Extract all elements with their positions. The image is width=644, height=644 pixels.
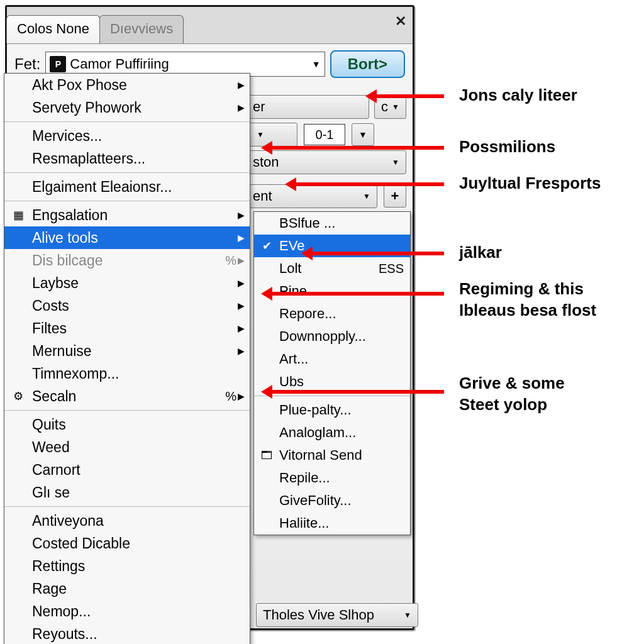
- menu-item[interactable]: Rettings: [4, 555, 250, 577]
- callout-5b: Ibleaus besa flost: [459, 301, 596, 320]
- menu-item[interactable]: Art...: [254, 348, 410, 370]
- menu-item-label: Antiveyona: [32, 513, 104, 530]
- add-button[interactable]: +: [384, 185, 406, 208]
- menu-separator: [4, 506, 250, 507]
- chevron-right-icon: ▶: [238, 103, 245, 113]
- chevron-right-icon: ▶: [238, 323, 245, 333]
- bg-field-ent-text: ent: [253, 188, 272, 204]
- menu-item-label: Costed Dicable: [32, 535, 130, 552]
- menu-item-label: Servety Phowork: [32, 99, 142, 116]
- bg-field-ston-text: ston: [253, 154, 279, 170]
- menu-item[interactable]: Costed Dicable: [4, 532, 250, 555]
- menu-item-label: Filtes: [32, 320, 67, 337]
- menu-item[interactable]: Akt Pox Phose▶: [4, 74, 250, 96]
- menu-item-icon: ✔: [259, 239, 274, 253]
- menu-item[interactable]: Servety Phowork▶: [4, 96, 250, 119]
- menu-separator: [4, 410, 250, 411]
- footer-combo-text: Tholes Vive Slhop: [263, 607, 374, 623]
- menu-item[interactable]: LoltESS: [254, 257, 410, 280]
- menu-item[interactable]: ⚙Secaln%▶: [4, 385, 250, 408]
- bort-button[interactable]: Bort>: [330, 50, 405, 78]
- context-submenu: BSlfue ...✔EVeLoltESSPine...Repore...Dow…: [253, 211, 411, 535]
- arrow-icon: [264, 390, 444, 394]
- menu-item[interactable]: Elgaiment Eleaionsr...: [4, 175, 250, 198]
- arrow-icon: [264, 292, 444, 296]
- menu-item[interactable]: Quits: [4, 413, 250, 436]
- arrow-icon: [288, 182, 444, 186]
- tab-strip: Colos None Dıevviews: [6, 16, 183, 43]
- bg-mini-step[interactable]: ▼: [352, 123, 374, 146]
- menu-item[interactable]: Laybse▶: [4, 272, 250, 294]
- tab-colos-none[interactable]: Colos None: [6, 15, 100, 43]
- menu-item[interactable]: Weed: [4, 436, 250, 458]
- menu-item[interactable]: Costs▶: [4, 294, 250, 317]
- menu-item-label: Repile...: [279, 470, 330, 486]
- chevron-right-icon: ▶: [238, 301, 245, 311]
- bg-mini-input[interactable]: 0-1: [304, 124, 345, 145]
- menu-item[interactable]: Antiveyona: [4, 509, 250, 532]
- tab-label: Colos None: [17, 21, 89, 36]
- menu-item-label: Elgaiment Eleaionsr...: [32, 179, 172, 196]
- bg-field-c-text: c: [381, 99, 388, 115]
- menu-item-icon: ▦: [11, 208, 26, 222]
- menu-item[interactable]: Glı se: [4, 481, 250, 504]
- menu-item[interactable]: Downnopply...: [254, 325, 410, 348]
- menu-item-label: Timnexomp...: [32, 365, 119, 382]
- chevron-down-icon: ▼: [257, 130, 264, 139]
- menu-item[interactable]: Analoglam...: [254, 421, 410, 444]
- menu-item-label: Rettings: [32, 558, 85, 575]
- bg-field-c[interactable]: c▼: [374, 95, 406, 119]
- arrow-icon: [304, 252, 444, 255]
- callout-6a: Grive & some: [459, 374, 565, 393]
- menu-item[interactable]: Rage: [4, 577, 250, 600]
- menu-separator: [4, 121, 250, 122]
- close-icon[interactable]: ✕: [395, 13, 406, 30]
- menu-item[interactable]: Pine...: [254, 280, 410, 303]
- menu-item[interactable]: GiveFolity...: [254, 489, 410, 512]
- menu-item[interactable]: Repile...: [254, 467, 410, 489]
- menu-item[interactable]: BSlfue ...: [254, 212, 410, 235]
- menu-item[interactable]: Reyouts...: [4, 623, 250, 644]
- menu-item[interactable]: Alive tools▶: [4, 226, 250, 249]
- menu-item-icon: ⚙: [11, 389, 26, 403]
- menu-item[interactable]: Haliite...: [254, 512, 410, 535]
- footer-row: Tholes Vive Slhop▼: [256, 603, 404, 627]
- fet-value: Camor Puffiriing: [70, 56, 169, 72]
- chevron-down-icon: ▼: [404, 611, 411, 619]
- menu-item[interactable]: Repore...: [254, 303, 410, 325]
- chevron-right-icon: ▶: [238, 346, 245, 356]
- footer-combo[interactable]: Tholes Vive Slhop▼: [256, 603, 418, 627]
- menu-item[interactable]: Resmaplatteers...: [4, 147, 250, 170]
- menu-item[interactable]: ▦Engsalation▶: [4, 204, 250, 226]
- menu-separator: [4, 201, 250, 201]
- menu-item-label: Laybse: [32, 275, 79, 292]
- chevron-down-icon: ▼: [363, 192, 370, 201]
- arrow-icon: [369, 94, 444, 98]
- menu-item[interactable]: Mervices...: [4, 125, 250, 147]
- bg-field-er[interactable]: er: [246, 95, 369, 119]
- menu-separator: [254, 396, 410, 396]
- menu-item[interactable]: Dis bilcage%▶: [4, 249, 250, 272]
- menu-item-label: Secaln: [32, 388, 76, 405]
- menu-item[interactable]: Filtes▶: [4, 317, 250, 340]
- tab-dievviews[interactable]: Dıevviews: [99, 15, 184, 43]
- chevron-down-icon: ▼: [392, 158, 399, 167]
- menu-item[interactable]: Plue-palty...: [254, 399, 410, 421]
- menu-item-shortcut: %: [225, 253, 237, 268]
- menu-item-icon: 🗔: [259, 449, 274, 462]
- menu-item-label: Weed: [32, 439, 70, 456]
- menu-item-label: Vitornal Send: [279, 447, 362, 464]
- menu-item[interactable]: Carnort: [4, 458, 250, 481]
- menu-item-label: Reyouts...: [32, 626, 97, 643]
- tab-label: Dıevviews: [110, 21, 173, 36]
- bg-field-ent[interactable]: ent▼: [246, 184, 377, 208]
- menu-item[interactable]: Mernuise▶: [4, 340, 250, 362]
- chevron-right-icon: ▶: [238, 255, 245, 265]
- stage: ✕ Colos None Dıevviews Fet: P Camor Puff…: [0, 0, 644, 644]
- menu-item[interactable]: Nemop...: [4, 600, 250, 623]
- menu-item[interactable]: 🗔Vitornal Send: [254, 444, 410, 467]
- menu-item-label: Art...: [279, 351, 308, 367]
- menu-item-label: Analoglam...: [279, 425, 356, 441]
- chevron-right-icon: ▶: [238, 278, 245, 288]
- menu-item[interactable]: Timnexomp...: [4, 362, 250, 385]
